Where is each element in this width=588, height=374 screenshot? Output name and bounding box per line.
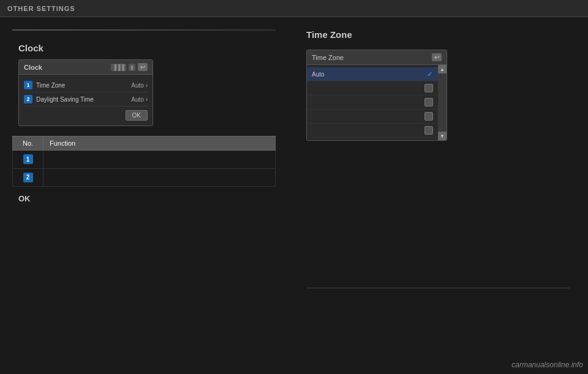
watermark: carmanualsonline.info [511, 361, 583, 369]
dialog-icons: ▐▐▐ ▮ ↩ [111, 63, 148, 71]
row-1-badge: 1 [24, 81, 32, 89]
header-bar: OTHER SETTINGS [0, 0, 588, 17]
clock-dialog: Clock ▐▐▐ ▮ ↩ 1 Time Zone Auto › [18, 59, 153, 126]
row-2-no: 2 [13, 168, 43, 187]
tz-auto-check: ✓ [427, 70, 433, 78]
row-2-value[interactable]: Auto › [131, 96, 148, 103]
scroll-up-button[interactable]: ▲ [438, 65, 447, 73]
row-2-desc [43, 168, 276, 187]
right-panel: Time Zone Time Zone ↩ Auto ✓ [288, 17, 588, 374]
back-button[interactable]: ↩ [138, 63, 148, 71]
tz-item-2[interactable] [307, 95, 438, 110]
clock-dialog-body: 1 Time Zone Auto › 2 Daylight Saving Tim… [19, 75, 153, 125]
clock-row-1: 1 Time Zone Auto › [24, 78, 148, 92]
row-1-label: Time Zone [36, 82, 65, 89]
tz-3-label [312, 113, 314, 120]
function-table: No. Function 1 2 [12, 136, 276, 187]
tz-item-3[interactable] [307, 110, 438, 124]
tz-1-label [312, 85, 314, 92]
tz-scrollbar: ▲ ▼ [438, 65, 447, 140]
tz-1-box [424, 84, 433, 92]
ok-note: OK [12, 194, 276, 212]
main-content: Clock Clock ▐▐▐ ▮ ↩ 1 Time Zone Auto › [0, 17, 588, 374]
row-1-desc [43, 151, 276, 169]
table-row-2: 2 [13, 168, 276, 187]
tz-4-box [424, 126, 433, 135]
row-2-text [50, 174, 51, 181]
row-1-value[interactable]: Auto › [131, 82, 148, 89]
bottom-divider [306, 288, 570, 288]
tz-item-auto[interactable]: Auto ✓ [307, 67, 438, 81]
ok-btn-row: OK [24, 107, 148, 122]
clock-row-2: 2 Daylight Saving Time Auto › [24, 92, 148, 107]
header-title: OTHER SETTINGS [7, 5, 75, 12]
row-2-badge: 2 [24, 95, 32, 103]
clock-dialog-title: Clock [24, 64, 42, 71]
tz-list: Auto ✓ [307, 67, 447, 138]
tz-4-label [312, 127, 314, 134]
col-no: No. [13, 137, 43, 151]
ok-button[interactable]: OK [126, 110, 148, 121]
row-1-text [50, 155, 51, 163]
tz-dialog-header: Time Zone ↩ [307, 50, 447, 65]
battery-icon: ▮ [129, 64, 135, 71]
clock-row-1-left: 1 Time Zone [24, 81, 65, 89]
tz-2-box [424, 98, 433, 107]
col-function: Function [43, 137, 276, 151]
ok-note-desc [18, 204, 276, 212]
row-1-no: 1 [13, 151, 43, 169]
scroll-down-button[interactable]: ▼ [438, 132, 447, 140]
tz-back-button[interactable]: ↩ [432, 53, 442, 61]
timezone-dialog: Time Zone ↩ Auto ✓ [306, 50, 447, 141]
tz-item-1[interactable] [307, 81, 438, 95]
top-divider [12, 29, 276, 31]
badge-2: 2 [23, 173, 33, 182]
table-row-1: 1 [13, 151, 276, 169]
tz-3-box [424, 112, 433, 121]
tz-dialog-title: Time Zone [312, 54, 344, 61]
tz-item-4[interactable] [307, 124, 438, 138]
ok-note-label: OK [18, 194, 276, 203]
clock-section-label: Clock [18, 43, 276, 53]
tz-dialog-body: Auto ✓ [307, 65, 447, 140]
left-panel: Clock Clock ▐▐▐ ▮ ↩ 1 Time Zone Auto › [0, 17, 288, 374]
badge-1: 1 [23, 154, 33, 164]
row-2-label: Daylight Saving Time [36, 96, 94, 103]
clock-row-2-left: 2 Daylight Saving Time [24, 95, 94, 103]
tz-2-label [312, 99, 314, 106]
clock-dialog-header: Clock ▐▐▐ ▮ ↩ [19, 60, 153, 75]
signal-icon: ▐▐▐ [111, 64, 126, 71]
timezone-section-label: Time Zone [306, 29, 570, 40]
tz-auto-label: Auto [312, 71, 325, 78]
